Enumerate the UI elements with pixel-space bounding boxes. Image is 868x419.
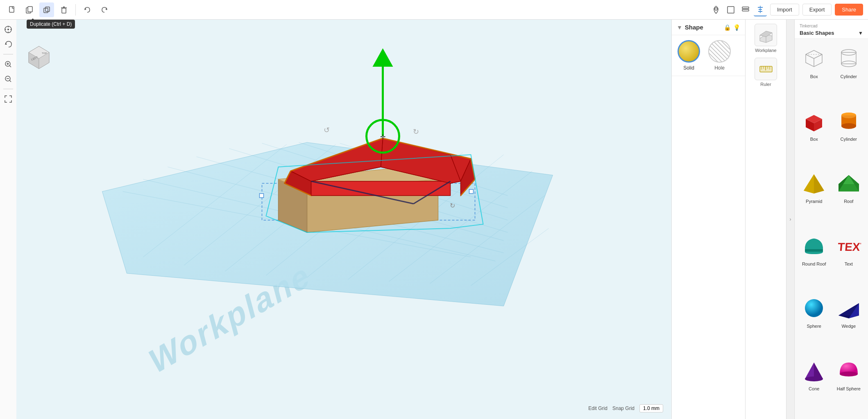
scene-svg: ↻ ↺ ↻ — [16, 20, 671, 419]
shape-icon-sphere — [801, 295, 827, 321]
svg-point-113 — [841, 123, 856, 129]
hole-option[interactable]: Hole — [708, 40, 731, 71]
shape-icon-roof — [836, 170, 862, 196]
align-icon-btn[interactable] — [754, 3, 767, 16]
layers-icon-btn[interactable] — [739, 3, 752, 16]
shape-item-pyramid[interactable]: Pyramid — [797, 167, 831, 229]
svg-line-101 — [806, 54, 814, 59]
shape-item-box-wire[interactable]: Box — [797, 42, 831, 104]
shape-panel-header: ▼ Shape 🔒 💡 — [672, 20, 745, 35]
toolbar-right-group: Import Export Share — [709, 3, 863, 16]
square-icon-btn[interactable] — [724, 3, 737, 16]
workplane-tool[interactable]: Workplane — [755, 24, 777, 53]
redo-button[interactable] — [97, 2, 112, 17]
share-button[interactable]: Share — [835, 4, 863, 16]
location-icon-btn[interactable] — [709, 3, 723, 16]
solid-option[interactable]: Solid — [678, 40, 700, 71]
svg-rect-123 — [805, 249, 823, 252]
shape-label-sphere: Sphere — [807, 324, 821, 329]
new-button[interactable] — [5, 2, 20, 17]
workplane-ruler-panel: Workplane Ruler — [745, 20, 786, 419]
shapes-library-panel: Tinkercad Basic Shapes ▼ — [794, 20, 868, 419]
delete-button[interactable] — [57, 2, 71, 17]
shape-item-box-solid[interactable]: Box — [797, 105, 831, 167]
fit-nav-button[interactable] — [2, 92, 15, 106]
svg-text:↻: ↻ — [413, 128, 419, 136]
main-toolbar: Import Export Share — [0, 0, 868, 20]
shape-icon-cylinder-wire — [836, 45, 862, 72]
shape-label-text: Text — [845, 261, 853, 266]
copy-button[interactable] — [22, 2, 37, 17]
snap-grid-value[interactable]: 1.0 mm — [639, 404, 663, 412]
svg-rect-11 — [727, 7, 734, 13]
shape-label-box-solid: Box — [810, 137, 818, 142]
shape-item-cone[interactable]: Cone — [797, 354, 831, 416]
shapes-panel-header: Tinkercad Basic Shapes ▼ — [795, 20, 868, 39]
workplane-ruler-tools: Workplane Ruler — [746, 20, 786, 91]
shapes-nav-arrow[interactable]: › — [786, 20, 794, 419]
svg-point-19 — [7, 29, 9, 30]
snap-grid-label: Snap Grid — [612, 405, 635, 411]
light-icon[interactable]: 💡 — [733, 24, 740, 31]
svg-rect-3 — [44, 8, 48, 13]
shape-label-cylinder-orange: Cylinder — [841, 137, 857, 142]
import-button[interactable]: Import — [770, 4, 799, 16]
collapse-arrow-icon[interactable]: ▼ — [677, 24, 682, 31]
shape-item-round-roof[interactable]: Round Roof — [797, 230, 831, 291]
svg-marker-116 — [814, 174, 824, 194]
undo-button[interactable] — [80, 2, 95, 17]
view-icons — [709, 3, 767, 16]
hole-label: Hole — [714, 65, 725, 71]
solid-circle — [678, 40, 700, 63]
ruler-tool[interactable]: Ruler — [755, 58, 777, 87]
home-nav-button[interactable] — [2, 23, 15, 36]
shape-item-half-sphere[interactable]: Half Sphere — [832, 354, 866, 416]
svg-rect-59 — [469, 189, 474, 194]
main-content-area: LEFT TOP Workplane — [0, 20, 868, 419]
shape-icon-wedge — [836, 295, 862, 321]
shape-item-text[interactable]: TEXT Text — [832, 230, 866, 291]
rotate-left-nav-button[interactable] — [2, 38, 15, 51]
edit-grid-label[interactable]: Edit Grid — [588, 405, 607, 411]
shape-item-cylinder-wire[interactable]: Cylinder — [832, 42, 866, 104]
shape-item-cylinder-orange[interactable]: Cylinder — [832, 105, 866, 167]
svg-point-10 — [715, 8, 717, 10]
shape-icon-box-wire — [801, 45, 827, 72]
svg-rect-4 — [45, 7, 50, 11]
shape-icon-cone — [801, 358, 827, 384]
ruler-tool-label: Ruler — [760, 82, 771, 87]
shape-icon-pyramid — [801, 170, 827, 196]
shape-item-roof[interactable]: Roof — [832, 167, 866, 229]
shapes-category-name: Basic Shapes — [800, 30, 834, 36]
shape-properties-area — [672, 76, 745, 419]
shape-label-wedge: Wedge — [841, 324, 856, 329]
workplane-tool-label: Workplane — [755, 48, 776, 53]
lock-icon[interactable]: 🔒 — [724, 24, 731, 31]
svg-point-125 — [805, 299, 823, 317]
shape-item-sphere[interactable]: Sphere — [797, 292, 831, 354]
svg-rect-0 — [9, 7, 14, 12]
shape-item-wedge[interactable]: Wedge — [832, 292, 866, 354]
svg-point-114 — [841, 113, 856, 118]
shape-icon-half-sphere — [836, 358, 862, 384]
svg-marker-9 — [105, 8, 107, 10]
duplicate-button[interactable] — [39, 2, 54, 17]
hole-circle — [708, 40, 731, 63]
zoom-in-nav-button[interactable] — [2, 58, 15, 71]
zoom-out-nav-button[interactable] — [2, 72, 15, 86]
separator-1 — [75, 4, 76, 16]
svg-marker-133 — [814, 363, 823, 381]
svg-marker-86 — [373, 48, 393, 67]
shape-icon-cylinder-orange — [836, 108, 862, 134]
svg-text:TEXT: TEXT — [837, 241, 861, 253]
shapes-grid: Box Cylinder — [795, 39, 868, 419]
svg-text:✛: ✛ — [380, 133, 385, 140]
shape-panel: ▼ Shape 🔒 💡 Solid Hole — [671, 20, 745, 419]
svg-rect-12 — [742, 7, 749, 9]
shape-label-box-wire: Box — [810, 74, 818, 79]
3d-viewport[interactable]: LEFT TOP Workplane — [16, 20, 671, 419]
shape-icon-box-solid — [801, 108, 827, 134]
export-button[interactable]: Export — [802, 4, 832, 16]
solid-hole-selector: Solid Hole — [672, 35, 745, 76]
shapes-dropdown-icon[interactable]: ▼ — [858, 30, 863, 36]
